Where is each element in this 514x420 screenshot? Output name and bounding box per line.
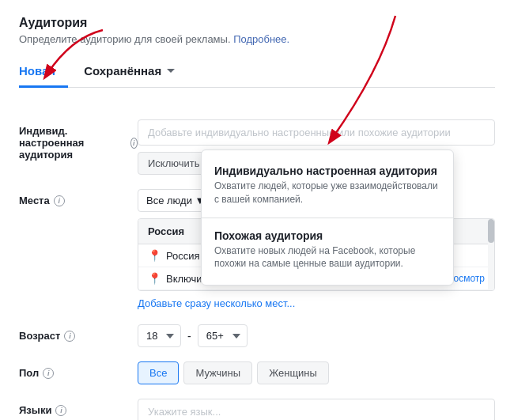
section-header: Аудитория Определите аудиторию для своей…	[0, 0, 514, 104]
main-container: Аудитория Определите аудиторию для своей…	[0, 0, 514, 420]
languages-input[interactable]	[138, 399, 495, 420]
places-label: Места i	[19, 189, 138, 206]
gender-label: Пол i	[19, 361, 138, 379]
pin-icon: 📍	[148, 249, 161, 262]
gender-male-button[interactable]: Мужчины	[183, 361, 252, 384]
age-dash: -	[187, 330, 191, 342]
chevron-down-icon	[167, 69, 175, 73]
dropdown-item-lookalike-desc: Охватите новых людей на Facebook, которы…	[214, 244, 440, 271]
languages-row: Языки i	[19, 399, 495, 420]
pin-icon-2: 📍	[148, 272, 161, 285]
languages-label: Языки i	[19, 399, 138, 416]
page-subtitle: Определите аудиторию для своей рекламы. …	[19, 33, 495, 45]
gender-info-icon[interactable]: i	[43, 368, 54, 379]
dropdown-divider	[202, 218, 453, 218]
age-controls: 18 - 65+	[138, 324, 495, 347]
places-scrollbar-thumb	[488, 219, 494, 243]
places-info-icon[interactable]: i	[54, 195, 65, 206]
age-from-select[interactable]: 18	[138, 324, 181, 347]
dropdown-item-custom-desc: Охватите людей, которые уже взаимодейств…	[214, 180, 440, 206]
places-scrollbar[interactable]	[488, 219, 494, 290]
add-places-link[interactable]: Добавьте сразу несколько мест...	[138, 297, 295, 309]
languages-info-icon[interactable]: i	[55, 405, 66, 416]
audience-info-icon[interactable]: i	[130, 138, 138, 149]
form-area: Индивид. настроенная аудитория i Исключи…	[0, 104, 514, 420]
dropdown-item-custom[interactable]: Индивидуально настроенная аудитория Охва…	[202, 157, 453, 214]
dropdown-item-lookalike-title: Похожая аудитория	[214, 229, 440, 242]
gender-input-area: Все Мужчины Женщины	[138, 361, 495, 384]
exclude-button[interactable]: Исключить	[138, 152, 210, 175]
gender-all-button[interactable]: Все	[138, 361, 179, 384]
age-to-select[interactable]: 65+	[198, 324, 248, 347]
gender-controls: Все Мужчины Женщины	[138, 361, 495, 384]
dropdown-item-custom-title: Индивидуально настроенная аудитория	[214, 165, 440, 177]
page-title: Аудитория	[19, 16, 495, 30]
audience-row: Индивид. настроенная аудитория i Исключи…	[19, 119, 495, 175]
languages-input-area	[138, 399, 495, 420]
tab-new[interactable]: Новая	[19, 56, 68, 88]
tabs-row: Новая Сохранённая	[19, 56, 495, 88]
age-info-icon[interactable]: i	[64, 331, 75, 342]
tab-saved[interactable]: Сохранённая	[84, 56, 187, 88]
dropdown-item-lookalike[interactable]: Похожая аудитория Охватите новых людей н…	[202, 221, 453, 279]
gender-row: Пол i Все Мужчины Женщины	[19, 361, 495, 384]
more-link[interactable]: Подробнее.	[233, 33, 289, 45]
audience-label: Индивид. настроенная аудитория i	[19, 119, 138, 161]
age-label: Возраст i	[19, 324, 138, 342]
age-row: Возраст i 18 - 65+	[19, 324, 495, 347]
create-dropdown: Индивидуально настроенная аудитория Охва…	[201, 149, 454, 286]
age-input-area: 18 - 65+	[138, 324, 495, 347]
audience-input-area: Исключить Создать Индивидуально настроен…	[138, 119, 495, 175]
gender-female-button[interactable]: Женщины	[257, 361, 329, 384]
audience-input[interactable]	[138, 119, 495, 146]
